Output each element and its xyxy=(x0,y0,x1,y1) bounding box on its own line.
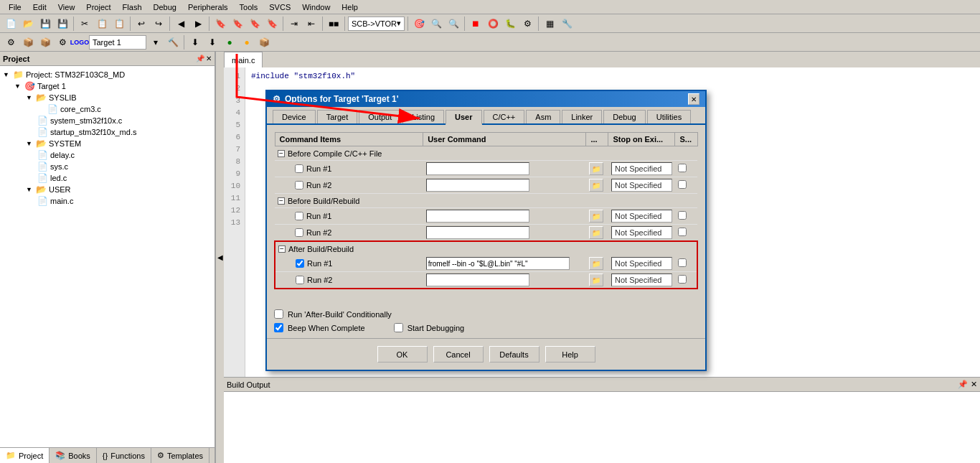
dialog-tab-cpp[interactable]: C/C++ xyxy=(484,110,525,123)
dialog-tab-user[interactable]: User xyxy=(446,110,481,125)
run-after-1-folder-btn[interactable]: 📁 xyxy=(589,257,603,270)
cancel-button[interactable]: Cancel xyxy=(433,346,484,363)
t2-yellow[interactable]: ● xyxy=(239,34,255,50)
t2-download2[interactable]: ⬇ xyxy=(204,34,220,50)
beep-check[interactable] xyxy=(274,323,283,332)
run-compile-1-stop-check[interactable] xyxy=(678,164,687,172)
build-all-btn[interactable]: ◼◼ xyxy=(326,16,341,32)
expand-syslib-icon[interactable]: ▼ xyxy=(26,94,36,101)
indent-btn[interactable]: ⇥ xyxy=(286,16,302,32)
build-close-btn[interactable]: ✕ xyxy=(971,380,977,389)
run-after-1-stop-check[interactable] xyxy=(678,258,687,267)
target-dropdown[interactable]: Target 1 xyxy=(89,35,146,50)
run-build-1-check[interactable] xyxy=(295,212,303,220)
tree-user-folder[interactable]: ▼ 📂 USER xyxy=(3,184,212,195)
tab-project[interactable]: 📁 Project xyxy=(0,448,50,463)
target-dd-btn[interactable]: ▾ xyxy=(148,34,164,50)
tree-system[interactable]: 📄 system_stm32f10x.c xyxy=(3,115,212,126)
expand-icon[interactable]: ▼ xyxy=(3,71,13,78)
t2-btn2[interactable]: 📦 xyxy=(20,34,36,50)
run-build-2-check[interactable] xyxy=(295,228,303,237)
bookmark3-btn[interactable]: 🔖 xyxy=(247,16,263,32)
menu-svcs[interactable]: SVCS xyxy=(263,1,296,13)
menu-peripherals[interactable]: Peripherals xyxy=(182,1,234,13)
menu-file[interactable]: File xyxy=(3,1,27,13)
dialog-tab-utilities[interactable]: Utilities xyxy=(647,110,691,123)
expand-system-icon[interactable]: ▼ xyxy=(26,140,36,147)
menu-tools[interactable]: Tools xyxy=(234,1,264,13)
ok-button[interactable]: OK xyxy=(377,346,428,363)
run-compile-1-folder-btn[interactable]: 📁 xyxy=(589,162,603,175)
t2-btn3[interactable]: 📦 xyxy=(37,34,53,50)
panel-pin-btn[interactable]: 📌 xyxy=(196,55,204,62)
bookmark2-btn[interactable]: 🔖 xyxy=(230,16,245,32)
run-after-2-stop-check[interactable] xyxy=(678,275,687,284)
open-btn[interactable]: 📂 xyxy=(20,16,36,32)
back-btn[interactable]: ◀ xyxy=(173,16,189,32)
start-debug-check[interactable] xyxy=(394,323,403,332)
collapse-panel-btn[interactable]: ◀ xyxy=(215,52,224,463)
defaults-button[interactable]: Defaults xyxy=(489,346,540,363)
copy-btn[interactable]: 📋 xyxy=(94,16,110,32)
run-build-1-stop-check[interactable] xyxy=(678,211,687,220)
tree-main[interactable]: 📄 main.c xyxy=(3,195,212,207)
bookmark-btn[interactable]: 🔖 xyxy=(212,16,228,32)
tab-functions[interactable]: {} Functions xyxy=(97,448,151,463)
search-btn[interactable]: 🔍 xyxy=(428,16,444,32)
settings-btn[interactable]: 🔧 xyxy=(559,16,575,32)
circle-btn[interactable]: ⭕ xyxy=(485,16,501,32)
debug-btn[interactable]: 🐛 xyxy=(502,16,518,32)
tree-target1[interactable]: ▼ 🎯 Target 1 xyxy=(3,80,212,92)
fwd-btn[interactable]: ▶ xyxy=(190,16,206,32)
save-all-btn[interactable]: 💾 xyxy=(55,16,70,32)
tree-corecm3[interactable]: 📄 core_cm3.c xyxy=(3,103,212,115)
t2-download[interactable]: ⬇ xyxy=(187,34,203,50)
menu-debug[interactable]: Debug xyxy=(148,1,182,13)
menu-edit[interactable]: Edit xyxy=(27,1,52,13)
dialog-tab-asm[interactable]: Asm xyxy=(526,110,560,123)
menu-view[interactable]: View xyxy=(52,1,81,13)
menu-window[interactable]: Window xyxy=(296,1,336,13)
search2-btn[interactable]: 🔍 xyxy=(446,16,461,32)
after-build-check[interactable] xyxy=(274,309,283,319)
dialog-close-btn[interactable]: ✕ xyxy=(688,93,699,105)
menu-flash[interactable]: Flash xyxy=(117,1,148,13)
run-build-2-folder-btn[interactable]: 📁 xyxy=(589,226,603,239)
menu-project[interactable]: Project xyxy=(80,1,116,13)
editor-tab-main[interactable]: main.c xyxy=(224,52,263,67)
tab-templates[interactable]: ⚙ Templates xyxy=(151,448,209,463)
tree-startup[interactable]: 📄 startup_stm32f10x_md.s xyxy=(3,126,212,138)
layout-btn[interactable]: ▦ xyxy=(542,16,557,32)
dialog-tab-debug[interactable]: Debug xyxy=(603,110,645,123)
t2-pkg[interactable]: 📦 xyxy=(256,34,272,50)
cut-btn[interactable]: ✂ xyxy=(77,16,93,32)
dialog-tab-linker[interactable]: Linker xyxy=(562,110,602,123)
run-build-1-input[interactable] xyxy=(426,210,529,223)
run-compile-2-stop-check[interactable] xyxy=(678,180,687,189)
save-btn[interactable]: 💾 xyxy=(37,16,53,32)
t2-btn1[interactable]: ⚙ xyxy=(3,34,19,50)
unindent-btn[interactable]: ⇤ xyxy=(303,16,319,32)
tab-books[interactable]: 📚 Books xyxy=(50,448,97,463)
run-build-1-folder-btn[interactable]: 📁 xyxy=(589,210,603,223)
undo-btn[interactable]: ↩ xyxy=(133,16,149,32)
run-build-2-stop-check[interactable] xyxy=(678,228,687,236)
stop-btn[interactable]: ⏹ xyxy=(468,16,484,32)
run-compile-2-input[interactable] xyxy=(426,179,529,192)
dialog-tab-listing[interactable]: Listing xyxy=(402,110,444,123)
tree-syslib[interactable]: ▼ 📂 SYSLIB xyxy=(3,92,212,103)
expand-target-icon[interactable]: ▼ xyxy=(14,83,24,90)
run-after-1-input[interactable] xyxy=(426,257,570,270)
menu-help[interactable]: Help xyxy=(336,1,364,13)
tree-led[interactable]: 📄 led.c xyxy=(3,172,212,184)
t2-settings[interactable]: ⚙ xyxy=(55,34,70,50)
more-btn[interactable]: ⚙ xyxy=(519,16,535,32)
collapse-compile-btn[interactable]: − xyxy=(278,150,285,157)
expand-user-icon[interactable]: ▼ xyxy=(26,186,36,193)
bookmark4-btn[interactable]: 🔖 xyxy=(264,16,280,32)
run-after-2-check[interactable] xyxy=(296,276,304,284)
target-btn[interactable]: 🎯 xyxy=(411,16,427,32)
run-build-2-input[interactable] xyxy=(426,226,529,239)
run-compile-1-check[interactable] xyxy=(295,164,303,173)
tree-delay[interactable]: 📄 delay.c xyxy=(3,149,212,161)
